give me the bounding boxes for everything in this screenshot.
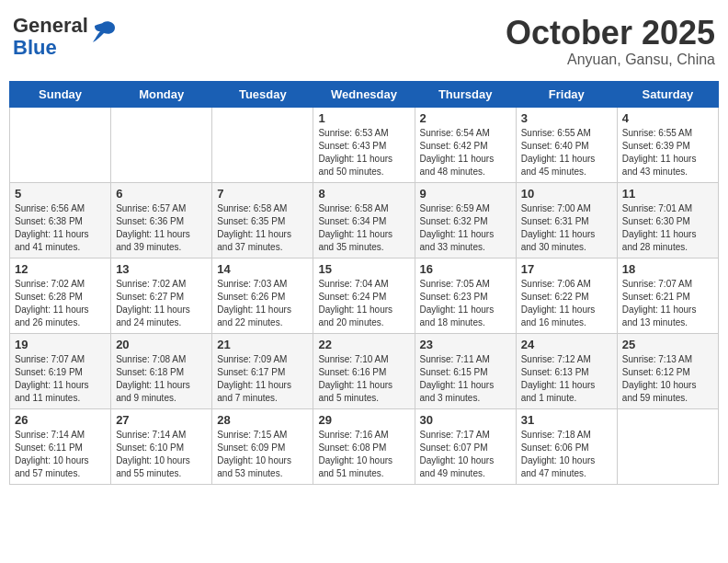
- day-info: Sunrise: 6:55 AM Sunset: 6:40 PM Dayligh…: [521, 127, 612, 178]
- day-info: Sunrise: 7:14 AM Sunset: 6:11 PM Dayligh…: [15, 429, 106, 480]
- calendar-cell: 18Sunrise: 7:07 AM Sunset: 6:21 PM Dayli…: [617, 258, 718, 333]
- day-info: Sunrise: 7:06 AM Sunset: 6:22 PM Dayligh…: [521, 278, 612, 329]
- day-info: Sunrise: 7:13 AM Sunset: 6:12 PM Dayligh…: [622, 353, 713, 405]
- day-number: 31: [521, 413, 612, 427]
- day-number: 19: [15, 338, 106, 351]
- day-number: 3: [521, 111, 612, 125]
- day-number: 11: [622, 187, 713, 201]
- day-info: Sunrise: 6:58 AM Sunset: 6:34 PM Dayligh…: [318, 202, 409, 254]
- calendar-cell: 12Sunrise: 7:02 AM Sunset: 6:28 PM Dayli…: [10, 258, 111, 333]
- day-number: 30: [420, 413, 511, 427]
- calendar-cell: 23Sunrise: 7:11 AM Sunset: 6:15 PM Dayli…: [415, 333, 516, 408]
- day-info: Sunrise: 7:09 AM Sunset: 6:17 PM Dayligh…: [217, 353, 308, 405]
- weekday-row: SundayMondayTuesdayWednesdayThursdayFrid…: [10, 81, 719, 107]
- calendar-cell: 20Sunrise: 7:08 AM Sunset: 6:18 PM Dayli…: [111, 333, 212, 408]
- day-number: 5: [15, 187, 106, 201]
- day-number: 7: [217, 187, 308, 201]
- day-info: Sunrise: 7:07 AM Sunset: 6:19 PM Dayligh…: [15, 353, 106, 405]
- day-info: Sunrise: 7:16 AM Sunset: 6:08 PM Dayligh…: [318, 429, 409, 480]
- weekday-header: Wednesday: [313, 81, 415, 107]
- calendar-cell: 2Sunrise: 6:54 AM Sunset: 6:42 PM Daylig…: [415, 107, 516, 182]
- month-title: October 2025: [506, 15, 715, 52]
- calendar-cell: 8Sunrise: 6:58 AM Sunset: 6:34 PM Daylig…: [313, 182, 415, 258]
- day-number: 18: [622, 262, 713, 276]
- day-number: 6: [116, 187, 207, 201]
- day-number: 4: [622, 111, 713, 125]
- day-info: Sunrise: 7:14 AM Sunset: 6:10 PM Dayligh…: [116, 429, 207, 480]
- calendar-table: SundayMondayTuesdayWednesdayThursdayFrid…: [9, 81, 719, 485]
- calendar-cell: 31Sunrise: 7:18 AM Sunset: 6:06 PM Dayli…: [516, 408, 617, 484]
- day-info: Sunrise: 7:03 AM Sunset: 6:26 PM Dayligh…: [217, 278, 308, 329]
- logo-bird-icon: [91, 20, 117, 44]
- calendar-week-row: 1Sunrise: 6:53 AM Sunset: 6:43 PM Daylig…: [10, 107, 719, 182]
- weekday-header: Monday: [111, 81, 212, 107]
- day-number: 21: [217, 338, 308, 351]
- day-number: 1: [318, 111, 409, 125]
- day-number: 14: [217, 262, 308, 276]
- calendar-cell: 19Sunrise: 7:07 AM Sunset: 6:19 PM Dayli…: [10, 333, 111, 408]
- calendar-cell: 7Sunrise: 6:58 AM Sunset: 6:35 PM Daylig…: [212, 182, 313, 258]
- day-info: Sunrise: 7:07 AM Sunset: 6:21 PM Dayligh…: [622, 278, 713, 329]
- weekday-header: Thursday: [415, 81, 516, 107]
- calendar-cell: 17Sunrise: 7:06 AM Sunset: 6:22 PM Dayli…: [516, 258, 617, 333]
- calendar-cell: 13Sunrise: 7:02 AM Sunset: 6:27 PM Dayli…: [111, 258, 212, 333]
- calendar-cell: 26Sunrise: 7:14 AM Sunset: 6:11 PM Dayli…: [10, 408, 111, 484]
- calendar-cell: [617, 408, 718, 484]
- day-info: Sunrise: 6:57 AM Sunset: 6:36 PM Dayligh…: [116, 202, 207, 254]
- day-number: 12: [15, 262, 106, 276]
- day-info: Sunrise: 7:01 AM Sunset: 6:30 PM Dayligh…: [622, 202, 713, 254]
- calendar-cell: 4Sunrise: 6:55 AM Sunset: 6:39 PM Daylig…: [617, 107, 718, 182]
- calendar-cell: 14Sunrise: 7:03 AM Sunset: 6:26 PM Dayli…: [212, 258, 313, 333]
- day-info: Sunrise: 6:54 AM Sunset: 6:42 PM Dayligh…: [420, 127, 511, 178]
- day-number: 2: [420, 111, 511, 125]
- calendar-body: 1Sunrise: 6:53 AM Sunset: 6:43 PM Daylig…: [10, 107, 719, 484]
- calendar-cell: 1Sunrise: 6:53 AM Sunset: 6:43 PM Daylig…: [313, 107, 415, 182]
- calendar-header: SundayMondayTuesdayWednesdayThursdayFrid…: [10, 81, 719, 107]
- calendar-cell: [10, 107, 111, 182]
- day-number: 9: [420, 187, 511, 201]
- day-number: 24: [521, 338, 612, 351]
- calendar-week-row: 26Sunrise: 7:14 AM Sunset: 6:11 PM Dayli…: [10, 408, 719, 484]
- day-number: 8: [318, 187, 409, 201]
- day-info: Sunrise: 7:15 AM Sunset: 6:09 PM Dayligh…: [217, 429, 308, 480]
- day-info: Sunrise: 7:12 AM Sunset: 6:13 PM Dayligh…: [521, 353, 612, 405]
- logo: General Blue: [13, 15, 117, 59]
- day-info: Sunrise: 6:59 AM Sunset: 6:32 PM Dayligh…: [420, 202, 511, 254]
- calendar-cell: [111, 107, 212, 182]
- calendar-week-row: 12Sunrise: 7:02 AM Sunset: 6:28 PM Dayli…: [10, 258, 719, 333]
- day-info: Sunrise: 7:00 AM Sunset: 6:31 PM Dayligh…: [521, 202, 612, 254]
- day-info: Sunrise: 7:05 AM Sunset: 6:23 PM Dayligh…: [420, 278, 511, 329]
- day-info: Sunrise: 7:02 AM Sunset: 6:27 PM Dayligh…: [116, 278, 207, 329]
- day-info: Sunrise: 7:17 AM Sunset: 6:07 PM Dayligh…: [420, 429, 511, 480]
- calendar-cell: 22Sunrise: 7:10 AM Sunset: 6:16 PM Dayli…: [313, 333, 415, 408]
- day-info: Sunrise: 7:18 AM Sunset: 6:06 PM Dayligh…: [521, 429, 612, 480]
- day-number: 26: [15, 413, 106, 427]
- day-number: 22: [318, 338, 409, 351]
- calendar-cell: 16Sunrise: 7:05 AM Sunset: 6:23 PM Dayli…: [415, 258, 516, 333]
- logo-text: General Blue: [13, 15, 88, 59]
- calendar-cell: 11Sunrise: 7:01 AM Sunset: 6:30 PM Dayli…: [617, 182, 718, 258]
- calendar-cell: 5Sunrise: 6:56 AM Sunset: 6:38 PM Daylig…: [10, 182, 111, 258]
- calendar-week-row: 5Sunrise: 6:56 AM Sunset: 6:38 PM Daylig…: [10, 182, 719, 258]
- day-number: 13: [116, 262, 207, 276]
- day-info: Sunrise: 7:02 AM Sunset: 6:28 PM Dayligh…: [15, 278, 106, 329]
- location: Anyuan, Gansu, China: [506, 52, 715, 68]
- day-info: Sunrise: 6:58 AM Sunset: 6:35 PM Dayligh…: [217, 202, 308, 254]
- weekday-header: Tuesday: [212, 81, 313, 107]
- calendar-cell: 6Sunrise: 6:57 AM Sunset: 6:36 PM Daylig…: [111, 182, 212, 258]
- calendar-cell: 27Sunrise: 7:14 AM Sunset: 6:10 PM Dayli…: [111, 408, 212, 484]
- day-info: Sunrise: 7:04 AM Sunset: 6:24 PM Dayligh…: [318, 278, 409, 329]
- day-info: Sunrise: 6:53 AM Sunset: 6:43 PM Dayligh…: [318, 127, 409, 178]
- calendar-cell: 3Sunrise: 6:55 AM Sunset: 6:40 PM Daylig…: [516, 107, 617, 182]
- day-info: Sunrise: 7:11 AM Sunset: 6:15 PM Dayligh…: [420, 353, 511, 405]
- day-number: 25: [622, 338, 713, 351]
- day-info: Sunrise: 7:08 AM Sunset: 6:18 PM Dayligh…: [116, 353, 207, 405]
- calendar-week-row: 19Sunrise: 7:07 AM Sunset: 6:19 PM Dayli…: [10, 333, 719, 408]
- day-info: Sunrise: 6:55 AM Sunset: 6:39 PM Dayligh…: [622, 127, 713, 178]
- calendar-cell: 29Sunrise: 7:16 AM Sunset: 6:08 PM Dayli…: [313, 408, 415, 484]
- calendar-cell: 30Sunrise: 7:17 AM Sunset: 6:07 PM Dayli…: [415, 408, 516, 484]
- calendar-cell: [212, 107, 313, 182]
- weekday-header: Saturday: [617, 81, 718, 107]
- calendar-cell: 25Sunrise: 7:13 AM Sunset: 6:12 PM Dayli…: [617, 333, 718, 408]
- weekday-header: Sunday: [10, 81, 111, 107]
